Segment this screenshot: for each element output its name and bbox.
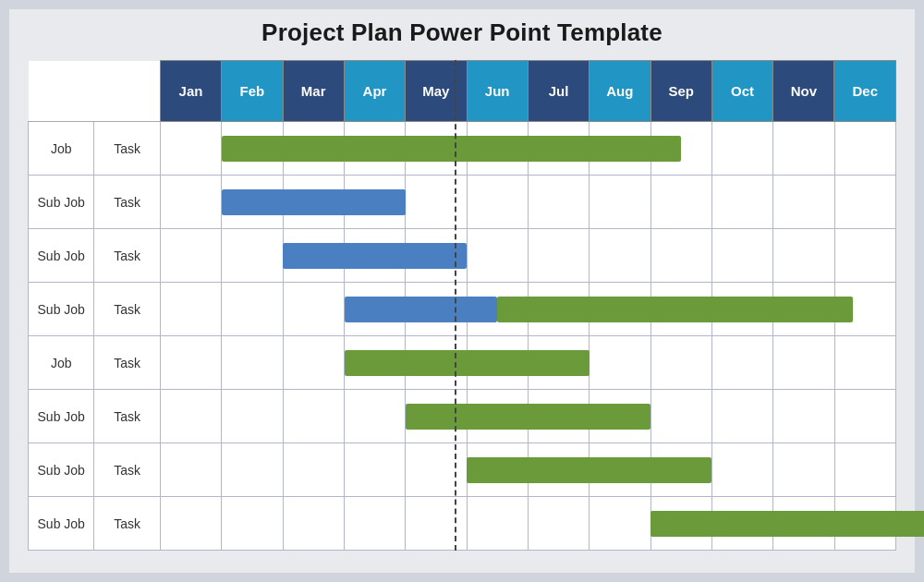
bar-4-0 [345,350,590,376]
table-row: JobTask [29,122,896,176]
row-4-label1: Job [29,336,94,390]
row-7-label1: Sub Job [29,497,94,551]
row-2-bar-area [160,229,895,283]
bar-0-0 [222,136,681,162]
row-1-label1: Sub Job [29,176,94,229]
header-empty-1 [29,61,94,122]
row-5-label1: Sub Job [29,390,94,443]
row-1-bar-area [160,176,895,229]
table-row: Sub JobTask [29,443,896,497]
row-6-bar-area [160,443,895,497]
table-row: Sub JobTask [29,283,896,336]
row-3-bar-area [160,283,895,336]
table-row: JobTask [29,336,896,390]
bar-3-1 [497,297,852,322]
app-container: Project Plan Power Point Template [9,9,915,573]
header-month-mar: Mar [283,61,344,122]
row-6-label1: Sub Job [29,443,94,497]
gantt-table: JanFebMarAprMayJunJulAugSepOctNovDec Job… [28,60,896,551]
row-2-label2: Task [94,229,160,283]
bar-2-0 [283,243,467,269]
row-3-label1: Sub Job [29,283,94,336]
header-month-may: May [406,61,467,122]
header-month-jun: Jun [467,61,528,122]
row-4-label2: Task [94,336,160,390]
row-0-label2: Task [94,122,160,176]
gantt-body: JobTaskSub JobTaskSub JobTaskSub JobTask… [29,122,896,551]
bar-3-0 [345,297,498,322]
row-5-label2: Task [94,390,160,443]
row-6-label2: Task [94,443,160,497]
row-4-bar-area [160,336,895,390]
bar-1-0 [222,189,406,215]
table-row: Sub JobTask [29,229,896,283]
gantt-header: JanFebMarAprMayJunJulAugSepOctNovDec [29,61,896,122]
gantt-table-container: JanFebMarAprMayJunJulAugSepOctNovDec Job… [28,60,896,551]
header-month-apr: Apr [344,61,405,122]
row-7-bar-area [160,497,895,551]
row-2-label1: Sub Job [29,229,94,283]
row-7-label2: Task [94,497,160,551]
bar-6-0 [467,457,711,483]
page-title: Project Plan Power Point Template [261,18,663,47]
table-row: Sub JobTask [29,497,896,551]
row-1-label2: Task [94,176,160,229]
bar-5-0 [406,404,650,430]
header-month-nov: Nov [773,61,834,122]
header-month-sep: Sep [650,61,711,122]
table-row: Sub JobTask [29,390,896,443]
header-empty-2 [94,61,160,122]
header-month-oct: Oct [711,61,772,122]
header-month-aug: Aug [590,61,650,122]
row-5-bar-area [160,390,895,443]
table-row: Sub JobTask [29,176,896,229]
row-0-label1: Job [29,122,94,176]
bar-7-0 [650,511,924,537]
header-month-jul: Jul [528,61,589,122]
header-month-feb: Feb [222,61,283,122]
row-0-bar-area [160,122,895,176]
header-month-jan: Jan [160,61,221,122]
row-3-label2: Task [94,283,160,336]
header-month-dec: Dec [834,61,896,122]
